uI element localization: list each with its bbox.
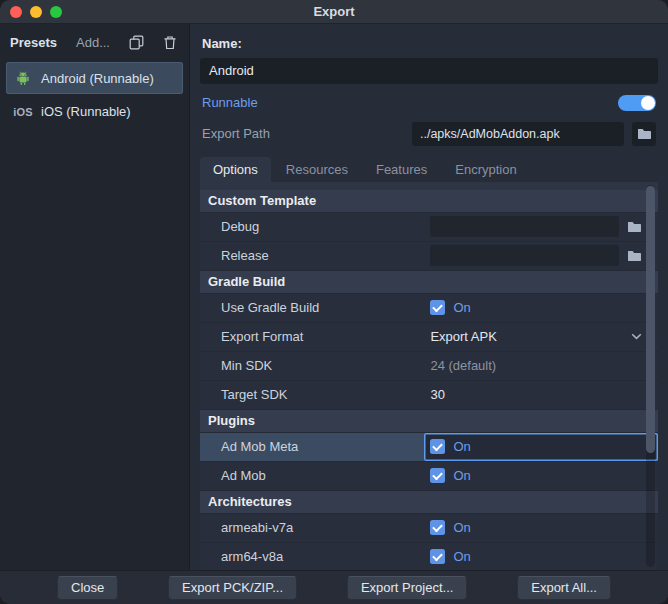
export-path-folder-button[interactable]: [632, 122, 656, 146]
export-project-button[interactable]: Export Project...: [347, 576, 467, 600]
delete-preset-icon[interactable]: [163, 35, 177, 50]
checkbox-state-label: On: [453, 549, 470, 564]
checkbox[interactable]: [430, 300, 445, 315]
option-value: On: [424, 543, 658, 570]
option-row-use-gradle-build[interactable]: Use Gradle BuildOn: [200, 294, 658, 323]
option-value: On: [424, 294, 658, 322]
folder-icon[interactable]: [627, 220, 642, 233]
presets-header: Presets Add...: [0, 24, 189, 59]
option-label: arm64-v8a: [200, 543, 424, 570]
android-icon: [13, 69, 33, 87]
options-panel: Custom TemplateDebugReleaseGradle BuildU…: [200, 182, 658, 570]
export-path-row: Export Path ../apks/AdMobAddon.apk: [200, 122, 658, 146]
export-all-button[interactable]: Export All...: [517, 576, 611, 600]
option-value: On: [424, 433, 658, 461]
export-path-label: Export Path: [202, 126, 270, 141]
presets-sidebar: Presets Add... Android (Runnable)iOSiOS …: [0, 24, 190, 570]
option-row-export-format[interactable]: Export FormatExport APK: [200, 323, 658, 352]
option-row-ad-mob[interactable]: Ad MobOn: [200, 462, 658, 491]
option-row-arm64-v8a[interactable]: arm64-v8aOn: [200, 543, 658, 570]
option-label: Ad Mob: [200, 462, 424, 490]
option-row-debug[interactable]: Debug: [200, 213, 658, 242]
dialog-body: Presets Add... Android (Runnable)iOSiOS …: [0, 24, 668, 570]
toggle-knob: [641, 96, 655, 110]
option-row-min-sdk[interactable]: Min SDK24 (default): [200, 352, 658, 381]
close-window-button[interactable]: [10, 6, 22, 18]
preset-item-ios-runnable[interactable]: iOSiOS (Runnable): [6, 97, 183, 126]
section-header-custom-template: Custom Template: [200, 190, 658, 213]
option-row-armeabi-v7a[interactable]: armeabi-v7aOn: [200, 514, 658, 543]
section-header-architectures: Architectures: [200, 491, 658, 514]
runnable-label: Runnable: [202, 95, 258, 110]
runnable-toggle[interactable]: [618, 95, 656, 111]
export-pck-zip-button[interactable]: Export PCK/ZIP...: [168, 576, 297, 600]
option-row-target-sdk[interactable]: Target SDK30: [200, 381, 658, 410]
preset-label: iOS (Runnable): [41, 104, 131, 119]
checkbox[interactable]: [430, 549, 445, 564]
value-text[interactable]: 30: [430, 387, 444, 402]
zoom-window-button[interactable]: [50, 6, 62, 18]
checkbox[interactable]: [430, 439, 445, 454]
tab-resources[interactable]: Resources: [273, 157, 361, 182]
tab-options[interactable]: Options: [200, 157, 271, 182]
dropdown-export-format[interactable]: Export APK: [430, 329, 642, 344]
window-title: Export: [0, 4, 668, 19]
duplicate-preset-icon[interactable]: [129, 35, 144, 50]
option-label: Export Format: [200, 323, 424, 351]
option-label: Release: [200, 242, 424, 270]
checkbox-state-label: On: [453, 520, 470, 535]
section-header-plugins: Plugins: [200, 410, 658, 433]
option-label: Ad Mob Meta: [200, 433, 424, 461]
dropdown-value: Export APK: [430, 329, 496, 344]
folder-icon[interactable]: [627, 249, 642, 262]
tab-features[interactable]: Features: [363, 157, 440, 182]
folder-icon: [637, 127, 652, 140]
option-label: armeabi-v7a: [200, 514, 424, 542]
checkbox-state-label: On: [453, 468, 470, 483]
preset-label: Android (Runnable): [41, 71, 154, 86]
path-input[interactable]: [430, 216, 619, 237]
section-header-gradle-build: Gradle Build: [200, 271, 658, 294]
runnable-row: Runnable: [200, 94, 658, 112]
option-value: [424, 213, 658, 241]
option-value: On: [424, 462, 658, 490]
checkbox-state-label: On: [453, 300, 470, 315]
minimize-window-button[interactable]: [30, 6, 42, 18]
tab-bar: OptionsResourcesFeaturesEncryption: [200, 157, 658, 182]
close-button[interactable]: Close: [57, 576, 118, 600]
chevron-down-icon: [631, 333, 642, 340]
checkbox-state-label: On: [453, 439, 470, 454]
option-value: Export APK: [424, 323, 658, 351]
main-panel: Name: Android Runnable Export Path ../ap…: [190, 24, 668, 570]
option-row-ad-mob-meta[interactable]: Ad Mob MetaOn: [200, 433, 658, 462]
preset-item-android-runnable[interactable]: Android (Runnable): [6, 62, 183, 94]
option-value: On: [424, 514, 658, 542]
footer: CloseExport PCK/ZIP...Export Project...E…: [0, 570, 668, 604]
vertical-scrollbar[interactable]: [646, 185, 655, 567]
option-label: Target SDK: [200, 381, 424, 409]
name-input[interactable]: Android: [200, 58, 658, 84]
titlebar: Export: [0, 0, 668, 24]
option-value: 30: [424, 381, 658, 409]
export-path-input[interactable]: ../apks/AdMobAddon.apk: [412, 122, 624, 146]
option-label: Debug: [200, 213, 424, 241]
traffic-lights: [0, 6, 62, 18]
option-label: Use Gradle Build: [200, 294, 424, 322]
checkbox[interactable]: [430, 520, 445, 535]
name-label: Name:: [190, 24, 668, 58]
preset-list: Android (Runnable)iOSiOS (Runnable): [0, 59, 189, 129]
path-input[interactable]: [430, 245, 619, 266]
tab-encryption[interactable]: Encryption: [442, 157, 529, 182]
ios-icon: iOS: [13, 106, 33, 118]
add-preset-button[interactable]: Add...: [76, 35, 110, 50]
option-value: 24 (default): [424, 352, 658, 380]
option-value: [424, 242, 658, 270]
presets-label: Presets: [10, 35, 57, 50]
options-tree: Custom TemplateDebugReleaseGradle BuildU…: [200, 190, 658, 570]
option-row-release[interactable]: Release: [200, 242, 658, 271]
option-label: Min SDK: [200, 352, 424, 380]
scrollbar-thumb[interactable]: [646, 186, 655, 454]
value-text[interactable]: 24 (default): [430, 358, 496, 373]
export-dialog: Export Presets Add... Android (Runnable)…: [0, 0, 668, 604]
checkbox[interactable]: [430, 468, 445, 483]
